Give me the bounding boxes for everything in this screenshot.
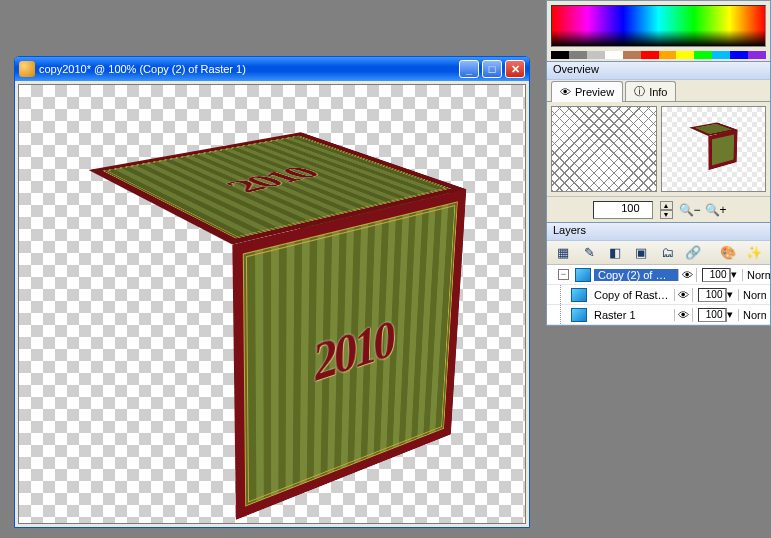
layer-row[interactable]: Raster 1 👁 100 ▾ Normal <box>547 305 770 325</box>
color-layer-icon[interactable]: 🎨 <box>718 243 738 263</box>
visibility-toggle[interactable]: 👁 <box>678 269 696 281</box>
raster-layer-icon <box>575 268 591 282</box>
info-icon: ⓘ <box>634 84 645 99</box>
right-panels: Overview 👁 Preview ⓘ Info 100 ▲ ▼ <box>546 0 771 326</box>
new-raster-layer-icon[interactable]: ▦ <box>553 243 573 263</box>
tab-info-label: Info <box>649 86 667 98</box>
layer-name[interactable]: Raster 1 <box>590 309 674 321</box>
tab-info[interactable]: ⓘ Info <box>625 81 676 101</box>
new-group-icon[interactable]: 🗂 <box>657 243 677 263</box>
eye-icon: 👁 <box>560 86 571 98</box>
opacity-input[interactable]: 100 <box>698 308 726 322</box>
layer-name[interactable]: Copy (2) of Raster 1 <box>594 269 678 281</box>
opacity-slider-icon[interactable]: ▾ <box>730 268 738 282</box>
color-spectrum-picker[interactable] <box>551 5 766 47</box>
opacity-slider-icon[interactable]: ▾ <box>726 308 734 322</box>
blend-mode[interactable]: Normal <box>738 309 766 321</box>
maximize-button[interactable]: □ <box>482 60 502 78</box>
document-icon <box>19 61 35 77</box>
overview-panel: Overview 👁 Preview ⓘ Info 100 ▲ ▼ <box>546 62 771 223</box>
visibility-toggle[interactable]: 👁 <box>674 289 692 301</box>
overview-thumbnail[interactable] <box>661 106 767 192</box>
zoom-spin-down[interactable]: ▼ <box>660 210 673 219</box>
raster-layer-icon <box>571 308 587 322</box>
layer-row[interactable]: − Copy (2) of Raster 1 👁 100 ▾ Normal <box>547 265 770 285</box>
close-button[interactable]: ✕ <box>505 60 525 78</box>
color-swatch-row[interactable] <box>551 51 766 59</box>
zoom-in-icon[interactable]: 🔍+ <box>707 201 725 219</box>
blend-mode[interactable]: Normal <box>742 269 770 281</box>
document-titlebar[interactable]: copy2010* @ 100% (Copy (2) of Raster 1) … <box>15 57 529 81</box>
layers-panel: Layers ▦ ✎ ◧ ▣ 🗂 🔗 🎨 ✨ − Copy (2) of Ras… <box>546 223 771 326</box>
layer-effects-icon[interactable]: ✨ <box>744 243 764 263</box>
zoom-value-input[interactable]: 100 <box>593 201 653 219</box>
tab-preview-label: Preview <box>575 86 614 98</box>
overview-no-image <box>551 106 657 192</box>
new-vector-layer-icon[interactable]: ✎ <box>579 243 599 263</box>
layer-row[interactable]: Copy of Raster 1 👁 100 ▾ Normal <box>547 285 770 305</box>
new-mask-layer-icon[interactable]: ◧ <box>605 243 625 263</box>
show-all-icon[interactable]: ▣ <box>631 243 651 263</box>
document-window: copy2010* @ 100% (Copy (2) of Raster 1) … <box>14 56 530 528</box>
merge-down-icon[interactable]: 🔗 <box>683 243 703 263</box>
opacity-input[interactable]: 100 <box>702 268 730 282</box>
raster-layer-icon <box>571 288 587 302</box>
zoom-spin-up[interactable]: ▲ <box>660 201 673 210</box>
overview-title: Overview <box>547 62 770 80</box>
opacity-input[interactable]: 100 <box>698 288 726 302</box>
document-title: copy2010* @ 100% (Copy (2) of Raster 1) <box>39 63 455 75</box>
opacity-slider-icon[interactable]: ▾ <box>726 288 734 302</box>
layers-toolbar: ▦ ✎ ◧ ▣ 🗂 🔗 🎨 ✨ <box>547 241 770 265</box>
cube-front-text: 2010 <box>313 307 394 394</box>
document-canvas[interactable]: 2010 2010 2010 <box>18 84 526 524</box>
tree-collapse-icon[interactable]: − <box>558 269 569 280</box>
minimize-button[interactable]: _ <box>459 60 479 78</box>
zoom-out-icon[interactable]: 🔍− <box>681 201 699 219</box>
layers-title: Layers <box>547 223 770 241</box>
blend-mode[interactable]: Normal <box>738 289 766 301</box>
tab-preview[interactable]: 👁 Preview <box>551 81 623 102</box>
layer-name[interactable]: Copy of Raster 1 <box>590 289 674 301</box>
visibility-toggle[interactable]: 👁 <box>674 309 692 321</box>
cube-image: 2010 2010 2010 <box>62 94 482 514</box>
cube-top-text: 2010 <box>214 164 329 196</box>
layers-list: − Copy (2) of Raster 1 👁 100 ▾ Normal Co… <box>547 265 770 325</box>
